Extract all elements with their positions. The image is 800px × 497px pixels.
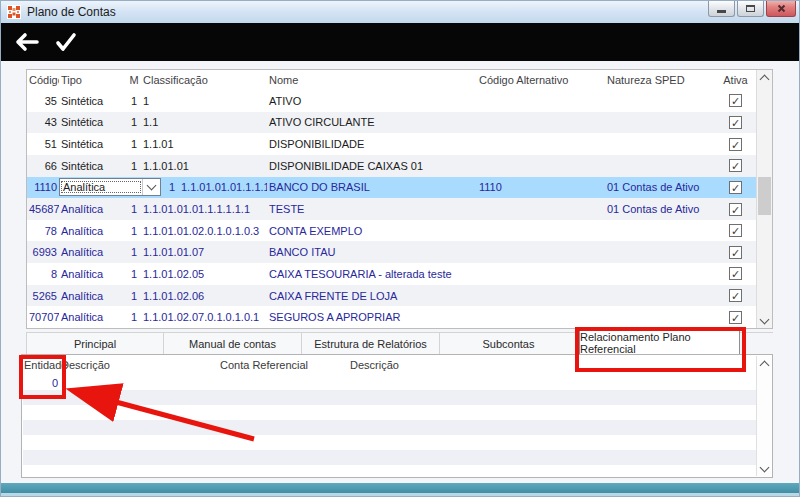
tipo-combobox[interactable]: Analítica (59, 178, 161, 196)
m-cell: 1 (127, 203, 141, 215)
account-row[interactable]: 35Sintética11ATIVO✓ (27, 90, 756, 112)
account-row[interactable]: 78Analítica11.1.01.01.02.0.1.0.1.0.3CONT… (27, 220, 756, 242)
nome-cell: CONTA EXEMPLO (267, 225, 477, 237)
chevron-down-icon[interactable] (142, 179, 160, 195)
m-cell: 1 (127, 160, 141, 172)
account-row[interactable]: 1110Analítica11.1.01.01.01.1.1.1.1.0BANC… (27, 177, 756, 199)
accounts-table-body: 35Sintética11ATIVO✓43Sintética11.1ATIVO … (27, 90, 756, 328)
ativa-cell: ✓ (715, 181, 756, 194)
account-row[interactable]: 51Sintética11.1.01DISPONIBILIDADE✓ (27, 133, 756, 155)
nome-cell: BANCO ITAU (267, 246, 477, 258)
account-row[interactable]: 66Sintética11.1.01.01DISPONIBILIDADE CAI… (27, 155, 756, 177)
ativa-cell: ✓ (715, 311, 756, 324)
header-ativa: Ativa (715, 74, 756, 86)
checkbox-checked-icon[interactable]: ✓ (729, 311, 742, 324)
nome-cell: SEGUROS A APROPRIAR (267, 311, 477, 323)
tab-manual-de-contas[interactable]: Manual de contas (164, 333, 302, 354)
checkbox-checked-icon[interactable]: ✓ (729, 289, 742, 302)
scrollbar-thumb[interactable] (758, 177, 771, 215)
codigo-cell: 5265 (27, 290, 59, 302)
m-cell: 1 (165, 181, 179, 193)
scroll-down-icon[interactable] (757, 313, 772, 328)
back-button[interactable] (9, 26, 43, 58)
checkbox-checked-icon[interactable]: ✓ (729, 224, 742, 237)
codigo-cell: 35 (27, 95, 59, 107)
ativa-cell: ✓ (715, 289, 756, 302)
account-row[interactable]: 45687Analítica11.1.01.01.01.1.1.1.1.1TES… (27, 198, 756, 220)
entidade-value[interactable]: 0 (23, 377, 60, 389)
classificacao-cell: 1.1.01.02.07.0.1.0.1.0.1 (141, 311, 267, 323)
m-cell: 1 (127, 95, 141, 107)
scroll-down-icon[interactable] (757, 461, 771, 476)
account-row[interactable]: 6993Analítica11.1.01.01.07BANCO ITAU✓ (27, 241, 756, 263)
minimize-button[interactable] (708, 1, 735, 17)
classificacao-cell: 1.1.01.02.05 (141, 268, 267, 280)
ativa-cell: ✓ (715, 159, 756, 172)
classificacao-cell: 1.1.01.01.01.1.1.1.1.1 (141, 203, 267, 215)
account-row[interactable]: 5265Analítica11.1.01.02.06CAIXA FRENTE D… (27, 285, 756, 307)
confirm-button[interactable] (49, 26, 83, 58)
close-button[interactable] (766, 1, 796, 17)
m-cell: 1 (127, 116, 141, 128)
app-icon (7, 5, 21, 19)
empty-row (23, 450, 756, 465)
empty-row (23, 420, 756, 435)
tipo-cell: Analítica (59, 290, 127, 302)
ativa-cell: ✓ (715, 94, 756, 107)
nome-cell: BANCO DO BRASIL (267, 181, 477, 193)
empty-row (23, 405, 756, 420)
checkmark-icon (55, 32, 77, 52)
classificacao-cell: 1.1.01.01 (141, 160, 267, 172)
ativa-cell: ✓ (715, 138, 756, 151)
tab-relacionamento-plano-referencial[interactable]: Relacionamento Plano Referencial (579, 330, 740, 354)
referencial-panel: Entidade Descrição Conta Referencial Des… (21, 354, 773, 478)
nome-cell: DISPONIBILIDADE (267, 138, 477, 150)
checkbox-checked-icon[interactable]: ✓ (729, 246, 742, 259)
natureza_sped-cell: 01 Contas de Ativo (605, 203, 715, 215)
titlebar: Plano de Contas (1, 1, 799, 24)
referencial-row[interactable]: 0 (23, 375, 756, 390)
account-row[interactable]: 8Analítica11.1.01.02.05CAIXA TESOURARIA … (27, 263, 756, 285)
tipo-cell: Analítica (59, 311, 127, 323)
m-cell: 1 (127, 290, 141, 302)
codigo-cell: 8 (27, 268, 59, 280)
checkbox-checked-icon[interactable]: ✓ (729, 203, 742, 216)
tab-estrutura-de-relatorios[interactable]: Estrutura de Relatórios (302, 333, 440, 354)
classificacao-cell: 1.1.01.01.01.1.1.1.1.0 (179, 181, 267, 193)
tab-principal[interactable]: Principal (26, 333, 164, 354)
checkbox-checked-icon[interactable]: ✓ (729, 94, 742, 107)
tipo-cell: Sintética (59, 116, 127, 128)
account-row[interactable]: 43Sintética11.1ATIVO CIRCULANTE✓ (27, 112, 756, 134)
header-codigo-alternativo: Código Alternativo (477, 74, 605, 86)
window-bottom-edge (1, 493, 799, 496)
header-m: M (127, 74, 141, 86)
tipo-cell: Analítica (59, 225, 127, 237)
app-window: Plano de Contas Código Tipo (0, 0, 800, 497)
codigo_alternativo-cell: 1110 (477, 181, 605, 193)
window-controls (708, 1, 796, 17)
m-cell: 1 (127, 268, 141, 280)
codigo-cell: 66 (27, 160, 59, 172)
m-cell: 1 (127, 225, 141, 237)
account-row[interactable]: 70707Analítica11.1.01.02.07.0.1.0.1.0.1S… (27, 306, 756, 328)
scroll-up-icon[interactable] (757, 356, 771, 371)
referencial-scrollbar[interactable] (756, 356, 771, 476)
maximize-button[interactable] (737, 1, 764, 17)
toolbar (1, 23, 799, 61)
checkbox-checked-icon[interactable]: ✓ (729, 181, 742, 194)
codigo-cell: 78 (27, 225, 59, 237)
empty-row (23, 390, 756, 405)
accounts-table-scrollbar[interactable] (756, 70, 772, 328)
codigo-cell: 70707 (27, 311, 59, 323)
checkbox-checked-icon[interactable]: ✓ (729, 159, 742, 172)
checkbox-checked-icon[interactable]: ✓ (729, 116, 742, 129)
classificacao-cell: 1.1.01.01.07 (141, 246, 267, 258)
codigo-cell: 43 (27, 116, 59, 128)
checkbox-checked-icon[interactable]: ✓ (729, 267, 742, 280)
checkbox-checked-icon[interactable]: ✓ (729, 138, 742, 151)
tab-subcontas[interactable]: Subcontas (440, 333, 578, 354)
natureza_sped-cell: 01 Contas de Ativo (605, 181, 715, 193)
scroll-up-icon[interactable] (757, 70, 772, 85)
accounts-table: Código Tipo M Classificação Nome Código … (26, 69, 773, 329)
tipo-cell: Sintética (59, 160, 127, 172)
